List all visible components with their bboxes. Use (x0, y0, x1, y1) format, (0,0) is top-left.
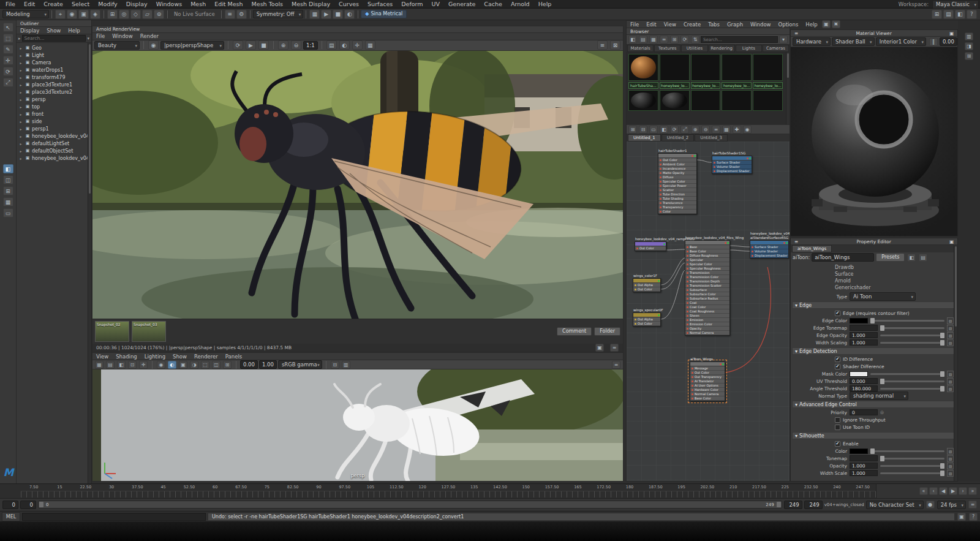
expand-icon[interactable] (18, 53, 23, 58)
renderview-tab[interactable]: Arnold RenderView (92, 26, 623, 33)
node-attribute[interactable]: Transmission Scatter (685, 284, 729, 288)
viewport-menu-item[interactable]: View (92, 353, 112, 360)
render-camera-dropdown[interactable]: |persp|perspShape (160, 41, 224, 50)
graph-tab[interactable]: Untitled_1 (628, 134, 661, 142)
node-attribute[interactable]: Out Color (690, 371, 725, 375)
expand-icon[interactable] (18, 97, 23, 102)
node-attribute[interactable]: Transmission Depth (685, 279, 729, 284)
wireframe-icon[interactable] (157, 361, 165, 369)
channel-box-dock-icon[interactable] (965, 52, 973, 60)
node-attribute[interactable]: Base (685, 245, 729, 249)
edge-color-slider[interactable] (870, 320, 944, 322)
graph-tab[interactable]: Untitled_3 (695, 134, 728, 142)
material-swatch[interactable] (753, 54, 783, 81)
dock-icon[interactable] (949, 239, 954, 244)
node-attribute[interactable]: Specular (685, 258, 729, 262)
viewport-menu-item[interactable]: Show (169, 353, 190, 360)
display-settings-icon[interactable] (597, 40, 608, 50)
time-ruler[interactable] (21, 491, 876, 497)
layout-single-pane-icon[interactable] (3, 164, 13, 173)
select-tool-icon[interactable] (3, 23, 13, 32)
node-wings-specular-file[interactable]: wings_specular0F Out AlphaOut Color (633, 312, 661, 327)
node-attribute[interactable]: Tube Direction (658, 192, 696, 197)
node-attribute[interactable]: Hardware Color (690, 388, 725, 392)
node-attribute[interactable]: Color (658, 210, 696, 214)
snap-plane-icon[interactable] (142, 10, 153, 19)
hypershade-search-input[interactable] (701, 36, 778, 43)
outliner-menu-item[interactable]: Display (17, 27, 43, 34)
presets-button[interactable]: Presets (876, 253, 905, 262)
menu-item[interactable]: Create (39, 0, 67, 9)
input-output-connections-icon[interactable] (628, 126, 637, 134)
help-line-icon[interactable] (969, 513, 978, 521)
material-name-label[interactable]: hairTubeSha... (628, 82, 658, 89)
node-attribute[interactable]: Out Color (658, 158, 696, 162)
select-component-icon[interactable] (78, 10, 89, 19)
render-settings-icon[interactable] (309, 10, 320, 19)
material-swatch[interactable] (722, 90, 752, 111)
panel-menu-icon[interactable] (794, 31, 798, 36)
node-attribute[interactable]: Coat Roughness (685, 309, 729, 314)
node-attribute[interactable]: Translucence (658, 201, 696, 205)
silhouette-opacity-slider[interactable] (880, 465, 944, 467)
snap-point-icon[interactable] (130, 10, 141, 19)
filter-menu-icon[interactable] (779, 36, 788, 44)
go-to-start-button[interactable] (919, 487, 928, 495)
range-slider[interactable]: 0 249 (38, 501, 782, 509)
command-mode-toggle[interactable]: MEL (2, 512, 20, 521)
priority-field[interactable]: 0 (850, 409, 878, 415)
renderview-menu-item[interactable]: Window (108, 32, 137, 40)
menu-item[interactable]: Arnold (507, 0, 534, 9)
use-toon-id-checkbox[interactable] (835, 425, 840, 430)
plugin-status-chip[interactable]: Sina Metrical (361, 10, 407, 18)
step-back-key-button[interactable] (929, 487, 938, 495)
menu-item[interactable]: Modify (94, 0, 121, 9)
outliner-item[interactable]: front (17, 110, 91, 118)
material-swatch[interactable] (753, 90, 783, 111)
category-tab[interactable]: Utilities (681, 45, 707, 52)
clear-graph-icon[interactable] (660, 126, 668, 134)
map-button[interactable] (947, 448, 954, 455)
use-lights-icon[interactable] (190, 361, 198, 369)
node-graph[interactable]: hairTubeShader1 Out ColorAmbient ColorIn… (627, 142, 790, 481)
graph-tab[interactable]: Untitled_2 (662, 134, 695, 142)
close-render-icon[interactable] (610, 40, 620, 50)
motion-blur-icon[interactable] (223, 361, 232, 369)
material-swatch[interactable] (691, 90, 721, 111)
input-operations-icon[interactable] (225, 10, 235, 19)
pause-preview-icon[interactable] (929, 38, 938, 46)
node-attribute[interactable]: Specular Color (658, 180, 696, 184)
swatch-medium-icon[interactable] (639, 36, 647, 44)
node-attribute[interactable]: Opacity (685, 327, 729, 331)
expand-icon[interactable] (18, 119, 23, 124)
outliner-item[interactable]: waterDrops1 (17, 66, 91, 74)
panel-menu-icon[interactable] (794, 239, 798, 244)
character-set-dropdown[interactable]: No Character Set (866, 501, 924, 509)
property-tab[interactable]: aiToon_Wings (792, 245, 832, 252)
material-swatch[interactable] (628, 54, 658, 81)
list-view-icon[interactable] (660, 36, 668, 44)
script-editor-icon[interactable] (957, 513, 966, 521)
range-end-handle[interactable] (777, 502, 781, 507)
viewport-options-icon[interactable] (612, 361, 620, 369)
edge-opacity-slider[interactable] (880, 335, 944, 336)
width-scaling-slider[interactable] (880, 342, 944, 344)
node-attribute[interactable]: Base Color (690, 396, 725, 401)
rotate-tool-icon[interactable] (3, 67, 13, 76)
width-scaling-field[interactable]: 1.000 (850, 339, 878, 346)
animation-preferences-icon[interactable] (968, 501, 977, 509)
hypershade-menu-item[interactable]: File (627, 21, 643, 28)
browser-tab[interactable]: Browser (627, 28, 790, 35)
mask-color-swatch[interactable] (850, 371, 868, 377)
menu-item[interactable]: Edit Mesh (210, 0, 247, 9)
film-gate-icon[interactable] (106, 361, 115, 369)
render-view-icon[interactable] (344, 10, 355, 19)
node-attribute[interactable]: Surface Shader (750, 245, 788, 249)
id-difference-checkbox[interactable] (835, 357, 840, 362)
node-attribute[interactable]: AI Translator (690, 379, 725, 384)
add-node-icon[interactable] (733, 126, 741, 134)
outliner-item[interactable]: defaultObjectSet (17, 147, 91, 154)
node-attribute[interactable]: Out Color (633, 287, 660, 292)
debug-shading-icon[interactable] (365, 40, 375, 50)
expand-icon[interactable] (18, 149, 23, 153)
